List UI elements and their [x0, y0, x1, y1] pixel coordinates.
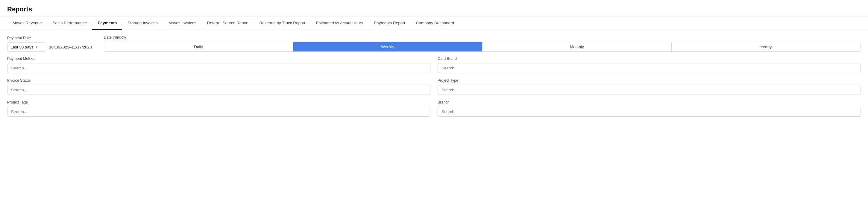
date-window-btn-weekly[interactable]: Weekly [293, 42, 483, 51]
project-type-input[interactable] [438, 85, 861, 95]
invoice-status-input[interactable] [7, 85, 430, 95]
nav-tab-company-dashboard[interactable]: Company Dashboard [411, 16, 460, 30]
nav-tabs: Moves RevenueSales PerformancePaymentsSt… [0, 16, 868, 30]
nav-tab-storage-invoices[interactable]: Storage Invoices [122, 16, 163, 30]
nav-tab-payments-report[interactable]: Payments Report [368, 16, 410, 30]
dropdown-value: Last 30 days [10, 45, 33, 49]
nav-tab-revenue-by-truck-report[interactable]: Revenue by Truck Report [254, 16, 311, 30]
payment-method-label: Payment Method [7, 57, 430, 61]
payment-date-group: Payment Date Last 30 days ▼ 10/18/2023–1… [7, 36, 92, 52]
nav-tab-referral-source-report[interactable]: Referral Source Report [202, 16, 254, 30]
card-brand-input[interactable] [438, 63, 861, 73]
top-filter-row: Payment Date Last 30 days ▼ 10/18/2023–1… [7, 35, 861, 52]
payment-method-group: Payment Method [7, 57, 430, 73]
project-type-label: Project Type [438, 78, 861, 82]
nav-tab-payments[interactable]: Payments [92, 16, 122, 30]
page-title: Reports [7, 5, 861, 13]
date-range-text: 10/18/2023–11/17/2023 [49, 43, 92, 51]
project-tags-group: Project Tags [7, 100, 430, 117]
payment-method-input[interactable] [7, 63, 430, 73]
nav-tab-moves-revenue[interactable]: Moves Revenue [7, 16, 47, 30]
date-window-label: Date Window [104, 35, 861, 39]
date-window-btn-monthly[interactable]: Monthly [483, 42, 672, 51]
project-type-group: Project Type [438, 78, 861, 95]
nav-tab-moves-invoices[interactable]: Moves Invoices [163, 16, 202, 30]
branch-label: Branch [438, 100, 861, 104]
date-window-buttons: DailyWeeklyMonthlyYearly [104, 42, 861, 52]
filters-section: Payment Date Last 30 days ▼ 10/18/2023–1… [0, 30, 868, 125]
payment-date-label: Payment Date [7, 36, 92, 40]
project-tags-input[interactable] [7, 107, 430, 117]
date-window-btn-yearly[interactable]: Yearly [672, 42, 861, 51]
card-brand-group: Card Brand [438, 57, 861, 73]
date-window-btn-daily[interactable]: Daily [104, 42, 293, 51]
branch-input[interactable] [438, 107, 861, 117]
date-dropdown[interactable]: Last 30 days ▼ [7, 42, 46, 52]
invoice-status-group: Invoice Status [7, 78, 430, 95]
chevron-down-icon: ▼ [35, 45, 38, 49]
branch-group: Branch [438, 100, 861, 117]
filter-row-3: Invoice Status Project Type [7, 78, 861, 95]
card-brand-label: Card Brand [438, 57, 861, 61]
project-tags-label: Project Tags [7, 100, 430, 104]
filter-row-2: Payment Method Card Brand [7, 57, 861, 73]
payment-date-row: Last 30 days ▼ 10/18/2023–11/17/2023 [7, 42, 92, 52]
filter-row-4: Project Tags Branch [7, 100, 861, 117]
nav-tab-estimated-vs-actual-hours[interactable]: Estimated vs Actual Hours [311, 16, 369, 30]
invoice-status-label: Invoice Status [7, 78, 430, 82]
page-header: Reports [0, 0, 868, 16]
nav-tab-sales-performance[interactable]: Sales Performance [47, 16, 92, 30]
date-window-group: Date Window DailyWeeklyMonthlyYearly [104, 35, 861, 52]
